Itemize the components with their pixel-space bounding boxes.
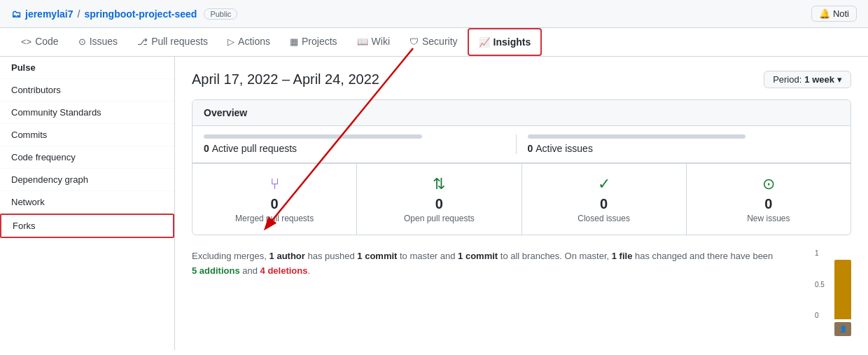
insights-icon: 📈 [479,37,490,48]
issues-icon: ⊙ [78,36,86,47]
code-icon: <> [21,36,31,47]
repo-icon: 🗂 [11,8,21,20]
closed-issues-label: Closed issues [528,214,680,223]
nav-tabs: <> Code ⊙ Issues ⎇ Pull requests ▷ Actio… [0,28,868,57]
y-label-05: 0.5 [815,281,825,288]
active-issues-label: Active issues [536,143,593,154]
active-pr-label: Active pull requests [212,143,297,154]
chart-avatar: 👤 [834,322,851,336]
chart-bar [834,260,851,319]
commit-summary: Excluding merges, 1 author has pushed 1 … [192,249,778,279]
issues-bar [528,134,746,139]
tab-issues[interactable]: ⊙ Issues [69,29,127,55]
merged-pr-value: 0 [198,196,351,212]
bar-chart: 1 0.5 0 👤 [795,249,851,336]
tab-projects[interactable]: ▦ Projects [280,29,347,55]
y-label-1: 1 [815,249,825,257]
content-area: April 17, 2022 – April 24, 2022 Period: … [175,57,868,350]
tab-code[interactable]: <> Code [11,29,69,55]
overview-label: Overview [204,107,247,118]
open-pr-icon: ⇅ [363,175,515,193]
period-button[interactable]: Period: 1 week ▾ [764,71,851,88]
metric-new-issues: ⊙ 0 New issues [687,164,850,235]
actions-icon: ▷ [227,36,234,47]
bottom-section: Excluding merges, 1 author has pushed 1 … [192,249,851,336]
tab-issues-label: Issues [90,36,118,47]
date-range-title: April 17, 2022 – April 24, 2022 [192,71,379,88]
new-issues-icon: ⊙ [692,175,845,193]
repo-owner[interactable]: jeremylai7 [25,8,74,20]
author-count: 1 author [270,251,305,261]
sidebar-item-dependency-graph[interactable]: Dependency graph [0,169,174,191]
merge-icon: ⑂ [198,175,351,193]
metrics-row: ⑂ 0 Merged pull requests ⇅ 0 Open pull r… [192,163,850,235]
sidebar-item-forks[interactable]: Forks [0,214,174,238]
active-issues-stat: 0 Active issues [516,134,840,154]
pr-icon: ⎇ [137,36,148,47]
repo-separator: / [78,8,80,20]
metric-open-pr: ⇅ 0 Open pull requests [357,164,522,235]
commit2-count: 1 commit [458,251,498,261]
date-range-header: April 17, 2022 – April 24, 2022 Period: … [192,71,851,88]
metric-closed-issues: ✓ 0 Closed issues [522,164,687,235]
bell-icon: 🔔 [819,8,830,19]
top-bar: 🗂 jeremylai7 / springboot-project-seed P… [0,0,868,28]
tab-insights[interactable]: 📈 Insights [468,28,542,56]
projects-icon: ▦ [290,36,298,47]
chevron-down-icon: ▾ [837,74,842,85]
overview-body: 0 Active pull requests 0 Active issues ⑂… [192,126,850,235]
repo-title: 🗂 jeremylai7 / springboot-project-seed P… [11,8,237,20]
pr-bar [204,134,422,139]
period-label: Period: [773,74,802,85]
merged-pr-label: Merged pull requests [198,214,351,223]
open-pr-value: 0 [363,196,515,212]
closed-issues-icon: ✓ [528,175,680,193]
repo-name[interactable]: springboot-project-seed [84,8,197,20]
closed-issues-value: 0 [528,196,680,212]
new-issues-value: 0 [692,196,845,212]
active-issues-count: 0 [528,143,536,154]
deletions-count: 4 deletions [260,265,308,276]
sidebar-item-commits[interactable]: Commits [0,124,174,146]
tab-wiki-label: Wiki [372,36,390,47]
overview-header: Overview [192,100,850,126]
tab-security-label: Security [422,36,458,47]
tab-pull-requests[interactable]: ⎇ Pull requests [127,29,218,55]
tab-pull-requests-label: Pull requests [151,36,208,47]
sidebar-item-pulse[interactable]: Pulse [0,57,174,79]
sidebar-item-contributors[interactable]: Contributors [0,79,174,102]
new-issues-label: New issues [692,214,845,223]
commit-count: 1 commit [357,251,397,261]
y-label-0: 0 [815,312,825,319]
sidebar-item-community[interactable]: Community Standards [0,102,174,124]
overview-card: Overview 0 Active pull requests 0 Active… [192,99,851,235]
tab-insights-label: Insights [493,36,531,48]
wiki-icon: 📖 [357,36,368,47]
additions-count: 5 additions [192,265,240,276]
visibility-badge: Public [204,8,237,20]
active-stats-row: 0 Active pull requests 0 Active issues [192,126,850,163]
sidebar: Pulse Contributors Community Standards C… [0,57,175,350]
notification-button[interactable]: 🔔 Noti [811,6,857,22]
active-pr-count: 0 [204,143,212,154]
tab-actions-label: Actions [238,36,270,47]
tab-actions[interactable]: ▷ Actions [218,29,280,55]
active-pull-requests-stat: 0 Active pull requests [204,134,516,154]
main-layout: Pulse Contributors Community Standards C… [0,57,868,350]
tab-code-label: Code [35,36,58,47]
security-icon: 🛡 [410,36,419,47]
sidebar-item-network[interactable]: Network [0,191,174,214]
file-count: 1 file [612,251,633,261]
tab-wiki[interactable]: 📖 Wiki [347,29,400,55]
tab-security[interactable]: 🛡 Security [400,29,468,55]
notif-label: Noti [833,8,849,19]
tab-projects-label: Projects [302,36,337,47]
y-axis-labels: 1 0.5 0 [815,249,825,319]
open-pr-label: Open pull requests [363,214,515,223]
sidebar-item-code-frequency[interactable]: Code frequency [0,146,174,169]
metric-merged-pr: ⑂ 0 Merged pull requests [192,164,357,235]
period-value: 1 week [804,74,834,85]
